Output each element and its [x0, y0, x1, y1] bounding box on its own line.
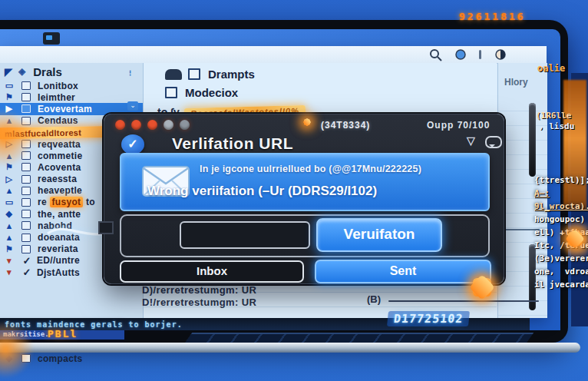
code-line: hongoupoc)	[534, 213, 588, 226]
checkbox-icon[interactable]	[21, 234, 31, 242]
folder-glyph-icon: ▭	[4, 197, 15, 207]
folder-glyph-icon: ▲	[4, 186, 15, 195]
chevron-down-icon[interactable]: ⌄	[127, 101, 138, 111]
footnote-line	[388, 300, 539, 302]
code-line: il jvecardar	[534, 278, 588, 291]
message-line1: In je igcone uulrriellued bo (@@17Mnu/22…	[200, 164, 421, 174]
scrollbar-thumb[interactable]	[529, 103, 536, 177]
comment-bubble-icon[interactable]	[485, 136, 502, 148]
window-toolbar	[0, 46, 547, 64]
toolbar-icons[interactable]	[424, 48, 539, 61]
sidebar-item-label: heaveptle	[38, 185, 82, 196]
checkbox-icon[interactable]	[21, 81, 31, 90]
dots-icon: ⁝	[129, 69, 131, 78]
verification-dialog: (34T8334) Oupp 70/100 ✓ Verlifation URL …	[104, 114, 504, 284]
sidebar-item[interactable]: ▭Lonitbox	[0, 80, 143, 91]
content-row2-label: Modeciox	[185, 86, 238, 99]
code-input[interactable]	[180, 221, 310, 249]
sidebar-item-label: Acoventa	[38, 162, 81, 173]
dialog-title: Verlifation URL	[172, 134, 293, 153]
sidebar-item-label: Lonitbox	[38, 81, 78, 91]
app-tab-icon[interactable]	[43, 32, 60, 45]
sidebar-item-label: ED//untre	[37, 255, 80, 266]
spark-icon	[470, 275, 494, 300]
folder-glyph-icon: ⚑	[4, 92, 15, 102]
check-badge-icon: ✓	[121, 134, 144, 154]
sidebar-item-label: reaessta	[38, 174, 77, 184]
checkbox-icon[interactable]	[165, 87, 177, 98]
checkbox-icon[interactable]	[21, 175, 31, 184]
folder-blob-icon	[165, 69, 182, 80]
sidebar-item-label: re fusyot to	[38, 197, 95, 207]
status-tag: PBLl	[48, 328, 78, 340]
sidebar-item-label: compacts	[38, 353, 82, 364]
dialog-score-badge: Oupp 70/100	[427, 120, 490, 131]
cursor-icon: ◤	[5, 66, 12, 78]
code-fragment-mid2: , lisdu	[539, 121, 574, 131]
sidebar-item-label: Cendaus	[38, 115, 78, 126]
checkmark-icon: ✓	[21, 255, 32, 267]
code-fragment-top: oalie	[537, 63, 565, 74]
content-row-drafts[interactable]: Drampts	[165, 68, 255, 81]
traffic-dot[interactable]	[115, 120, 125, 130]
sidebar-item-label: commetie	[38, 151, 82, 161]
folder-glyph-icon: ▾	[4, 267, 15, 277]
glow-badge: D17725102	[387, 311, 470, 326]
content-row1-label: Drampts	[208, 68, 255, 81]
dialog-notch	[98, 221, 114, 234]
led-display: 92611816	[459, 11, 526, 22]
below-dialog-line2: D!/rerretrestumgm: UR	[142, 297, 256, 308]
triangle-down-icon[interactable]: ▽	[467, 134, 475, 147]
checkbox-icon[interactable]	[21, 221, 31, 230]
checkbox-icon[interactable]	[188, 68, 200, 80]
record-icon	[456, 50, 465, 59]
checkbox-icon[interactable]	[21, 245, 31, 253]
traffic-dot[interactable]	[180, 120, 190, 130]
sidebar-item-label: Ieimther	[38, 92, 75, 103]
sidebar-item-label: Eovevertam	[38, 104, 92, 114]
verify-control-group: Veruifaton	[120, 214, 490, 257]
folder-glyph-icon: ▲	[4, 233, 15, 242]
folder-glyph-icon: ▭	[4, 81, 15, 91]
dialog-count-badge: (34T8334)	[321, 120, 370, 131]
sent-button[interactable]: Sent	[315, 260, 491, 283]
left-glow	[0, 108, 31, 169]
traffic-dot[interactable]	[147, 120, 157, 130]
laptop-hinge	[0, 343, 580, 353]
spark-icon	[301, 116, 313, 128]
traffic-light-dots[interactable]	[115, 120, 190, 130]
checkbox-icon[interactable]	[21, 187, 31, 195]
traffic-dot[interactable]	[164, 120, 173, 130]
code-line: one, vdroad	[534, 265, 588, 278]
sidebar-header[interactable]: ◤ ◈ Drals	[0, 63, 143, 80]
message-line2: Wrong veriifation (–Ur (DDRS29/I102)	[147, 184, 377, 199]
traffic-dot[interactable]	[131, 120, 141, 130]
message-panel: In je igcone uulrriellued bo (@@17Mnu/22…	[120, 153, 490, 211]
search-icon	[431, 50, 441, 61]
code-line: A–:	[534, 187, 588, 200]
folder-glyph-icon: ▷	[4, 174, 15, 184]
footnote-label: (B)	[367, 293, 381, 305]
folder-glyph-icon: ▲	[4, 221, 15, 230]
sidebar-item[interactable]: ⚑Ieimther	[0, 91, 143, 103]
folder-glyph-icon: ⚑	[4, 244, 15, 254]
content-row-modeciox[interactable]: Modeciox	[165, 86, 238, 99]
code-line: {ttrestl)];	[534, 174, 588, 187]
sidebar-item-label: DjstAutts	[37, 267, 80, 278]
history-panel-label: Hlory	[504, 77, 528, 88]
code-line: 9l_wrocta)..	[534, 200, 588, 213]
checkbox-icon[interactable]	[21, 210, 31, 218]
verify-button[interactable]: Veruifaton	[316, 218, 442, 252]
folder-glyph-icon: ▾	[4, 256, 15, 266]
checkbox-icon[interactable]	[21, 198, 31, 207]
code-line: (3e)vererert	[534, 252, 588, 265]
left-glow	[0, 319, 32, 380]
screenshot-stage: 92611816 ◤ ◈ Drals ▭Lonitbox⚑Ieimther▶Eo…	[0, 0, 588, 381]
checkbox-icon[interactable]	[21, 93, 31, 101]
inbox-button[interactable]: Inbox	[120, 260, 304, 283]
spark-icon	[565, 229, 585, 249]
below-dialog-line1: D)/rerretrestumgm: UR	[142, 284, 256, 296]
diamond-check-icon: ◈	[18, 66, 25, 77]
checkmark-icon: ✓	[21, 267, 32, 278]
code-fragment-mid1: (1R6lle	[536, 111, 571, 121]
